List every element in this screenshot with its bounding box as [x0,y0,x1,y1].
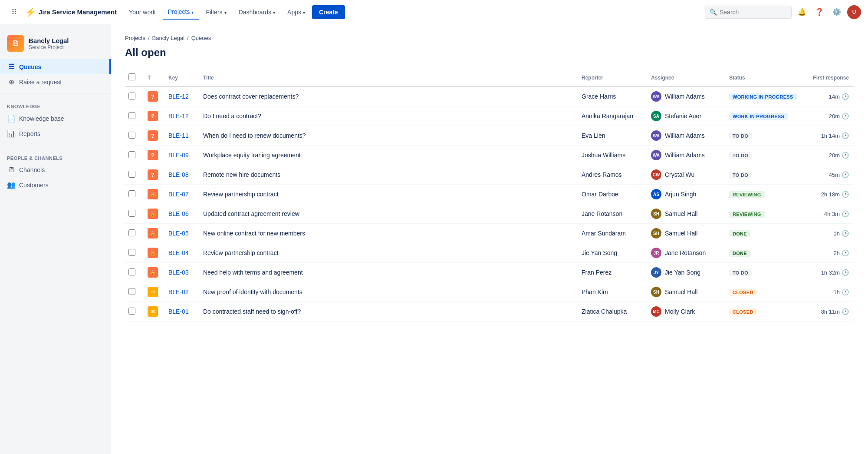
row-reporter-cell: Amar Sundaram [576,224,646,243]
user-avatar[interactable]: U [847,5,861,19]
assignee-avatar: SH [651,209,661,219]
grid-menu-button[interactable]: ⠿ [7,5,21,19]
issue-type-envelope-icon: ✉ [148,287,158,297]
filters-chevron-icon [224,9,227,16]
row-assignee-cell: WA William Adams [646,146,724,165]
first-response-time: 8h 11m [821,308,840,315]
nav-filters[interactable]: Filters [201,5,231,19]
issue-key-link[interactable]: BLE-06 [168,210,189,217]
row-type-cell: 🔒 [142,243,163,263]
assignee-container: AS Arjun Singh [651,189,719,199]
row-checkbox[interactable] [128,112,135,119]
nav-apps[interactable]: Apps [282,5,310,19]
row-checkbox[interactable] [128,308,135,315]
nav-dashboards[interactable]: Dashboards [233,5,281,19]
jira-bolt-icon: ⚡ [25,7,36,17]
issue-key-link[interactable]: BLE-07 [168,191,189,198]
jira-logo-text: Jira Service Management [39,8,117,16]
row-checkbox[interactable] [128,171,135,178]
row-type-cell: 🔒 [142,224,163,243]
clock-icon: 🕐 [842,93,849,100]
row-type-cell: 🔒 [142,204,163,224]
row-checkbox[interactable] [128,229,135,236]
first-response-container: 1h 🕐 [807,288,849,295]
first-response-time: 1h 14m [821,133,840,139]
row-status-cell: DONE [724,243,802,263]
create-button[interactable]: Create [312,5,345,19]
breadcrumb-projects[interactable]: Projects [125,35,145,41]
knowledge-base-icon: 📄 [7,114,16,123]
issue-key-link[interactable]: BLE-12 [168,93,189,100]
assignee-container: SH Samuel Hall [651,209,719,219]
row-checkbox-cell [125,185,142,204]
row-assignee-cell: SH Samuel Hall [646,204,724,224]
search-box[interactable]: 🔍 [705,6,792,19]
table-row: 🔒 BLE-06 Updated contract agreement revi… [125,204,854,224]
assignee-name: Samuel Hall [665,230,697,237]
row-reporter-cell: Jie Yan Song [576,243,646,263]
row-reporter-cell: Omar Darboe [576,185,646,204]
assignee-name: William Adams [665,93,705,100]
issue-key-link[interactable]: BLE-04 [168,249,189,256]
row-checkbox[interactable] [128,268,135,275]
sidebar-item-channels[interactable]: 🖥 Channels [0,162,111,177]
clock-icon: 🕐 [842,171,849,178]
nav-your-work[interactable]: Your work [124,5,161,19]
table-row: ✉ BLE-02 New proof of identity with docu… [125,282,854,302]
issue-title: Do I need a contract? [203,113,261,119]
issue-title: Updated contract agreement review [203,210,299,217]
row-title-cell: Remote new hire documents [198,165,576,185]
sidebar-item-raise-request[interactable]: ⊕ Raise a request [0,74,111,89]
select-all-checkbox[interactable] [128,73,135,80]
row-title-cell: Review partnership contract [198,243,576,263]
row-type-cell: ✉ [142,302,163,321]
nav-projects[interactable]: Projects [163,5,199,20]
issue-title: Remote new hire documents [203,171,280,178]
issue-type-question-icon: ? [148,169,158,180]
first-response-time: 1h [834,289,840,295]
sidebar-item-knowledge-base[interactable]: 📄 Knowledge base [0,111,111,126]
col-header-reporter: Reporter [576,69,646,86]
settings-button[interactable]: ⚙️ [830,5,844,19]
col-header-first-response: First response [802,69,854,86]
row-checkbox[interactable] [128,93,135,99]
nav-right-area: 🔍 🔔 ❓ ⚙️ U [705,5,861,19]
row-checkbox[interactable] [128,210,135,217]
row-first-response-cell: 20m 🕐 [802,146,854,165]
search-input[interactable] [720,9,780,16]
issue-key-link[interactable]: BLE-12 [168,113,189,119]
issue-key-link[interactable]: BLE-02 [168,288,189,295]
row-checkbox[interactable] [128,190,135,197]
sidebar: B Bancly Legal Service Project ☰ Queues … [0,24,111,454]
issue-type-lock-icon: 🔒 [148,209,158,219]
sidebar-channels-label: Channels [19,166,45,173]
notifications-button[interactable]: 🔔 [795,5,809,19]
row-checkbox[interactable] [128,151,135,158]
issue-key-link[interactable]: BLE-11 [168,132,189,139]
assignee-avatar: MC [651,306,661,317]
assignee-name: Samuel Hall [665,288,697,295]
status-badge: TO DO [729,133,752,139]
issue-key-link[interactable]: BLE-09 [168,152,189,159]
first-response-time: 20m [829,113,840,119]
assignee-container: JR Jane Rotanson [651,248,719,258]
help-button[interactable]: ❓ [812,5,826,19]
row-checkbox-cell [125,243,142,263]
issue-key-link[interactable]: BLE-03 [168,269,189,276]
issue-title: New proof of identity with documents [203,288,302,295]
issue-key-link[interactable]: BLE-01 [168,308,189,315]
issue-key-link[interactable]: BLE-05 [168,230,189,237]
row-checkbox[interactable] [128,288,135,295]
first-response-container: 45m 🕐 [807,171,849,178]
sidebar-item-customers[interactable]: 👥 Customers [0,177,111,192]
status-badge: REVIEWING [729,211,765,218]
sidebar-item-queues[interactable]: ☰ Queues [0,59,111,74]
row-checkbox[interactable] [128,249,135,256]
row-checkbox[interactable] [128,132,135,139]
breadcrumb-bancly-legal[interactable]: Bancly Legal [152,35,184,41]
status-badge: WORK IN PROGRESS [729,113,788,120]
issue-key-link[interactable]: BLE-08 [168,171,189,178]
sidebar-item-reports[interactable]: 📊 Reports [0,126,111,141]
status-badge: TO DO [729,152,752,159]
status-badge: TO DO [729,172,752,179]
